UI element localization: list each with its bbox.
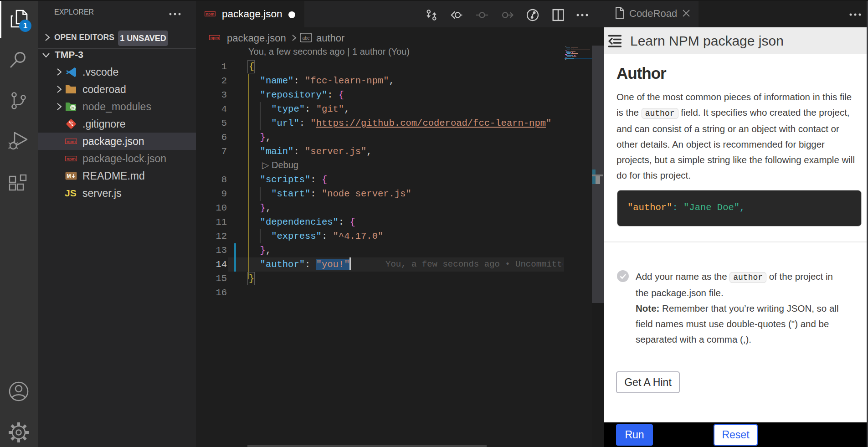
- svg-text:js: js: [71, 106, 75, 110]
- svg-text:npm: npm: [67, 139, 76, 144]
- svg-text:M: M: [67, 173, 71, 179]
- svg-text:npm: npm: [67, 156, 76, 161]
- svg-text:npm: npm: [206, 12, 215, 16]
